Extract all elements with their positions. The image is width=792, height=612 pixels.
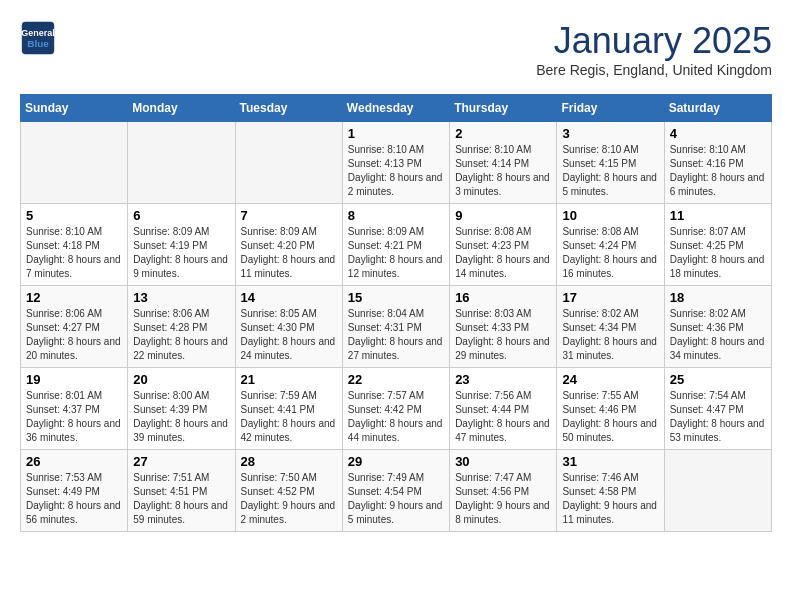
- column-header-sunday: Sunday: [21, 95, 128, 122]
- column-header-wednesday: Wednesday: [342, 95, 449, 122]
- day-number: 18: [670, 290, 766, 305]
- calendar-week-row: 1Sunrise: 8:10 AM Sunset: 4:13 PM Daylig…: [21, 122, 772, 204]
- day-number: 9: [455, 208, 551, 223]
- day-info: Sunrise: 8:06 AM Sunset: 4:27 PM Dayligh…: [26, 307, 122, 363]
- calendar-cell: 10Sunrise: 8:08 AM Sunset: 4:24 PM Dayli…: [557, 204, 664, 286]
- day-info: Sunrise: 7:47 AM Sunset: 4:56 PM Dayligh…: [455, 471, 551, 527]
- day-info: Sunrise: 8:10 AM Sunset: 4:15 PM Dayligh…: [562, 143, 658, 199]
- calendar-cell: 23Sunrise: 7:56 AM Sunset: 4:44 PM Dayli…: [450, 368, 557, 450]
- day-info: Sunrise: 7:50 AM Sunset: 4:52 PM Dayligh…: [241, 471, 337, 527]
- day-number: 29: [348, 454, 444, 469]
- calendar-week-row: 12Sunrise: 8:06 AM Sunset: 4:27 PM Dayli…: [21, 286, 772, 368]
- day-info: Sunrise: 7:49 AM Sunset: 4:54 PM Dayligh…: [348, 471, 444, 527]
- column-header-saturday: Saturday: [664, 95, 771, 122]
- calendar-cell: 27Sunrise: 7:51 AM Sunset: 4:51 PM Dayli…: [128, 450, 235, 532]
- day-info: Sunrise: 8:08 AM Sunset: 4:23 PM Dayligh…: [455, 225, 551, 281]
- day-number: 15: [348, 290, 444, 305]
- calendar-cell: 13Sunrise: 8:06 AM Sunset: 4:28 PM Dayli…: [128, 286, 235, 368]
- day-info: Sunrise: 7:56 AM Sunset: 4:44 PM Dayligh…: [455, 389, 551, 445]
- calendar-cell: 6Sunrise: 8:09 AM Sunset: 4:19 PM Daylig…: [128, 204, 235, 286]
- calendar-cell: 18Sunrise: 8:02 AM Sunset: 4:36 PM Dayli…: [664, 286, 771, 368]
- day-info: Sunrise: 8:09 AM Sunset: 4:19 PM Dayligh…: [133, 225, 229, 281]
- title-block: January 2025 Bere Regis, England, United…: [536, 20, 772, 78]
- calendar-cell: 12Sunrise: 8:06 AM Sunset: 4:27 PM Dayli…: [21, 286, 128, 368]
- calendar-cell: 7Sunrise: 8:09 AM Sunset: 4:20 PM Daylig…: [235, 204, 342, 286]
- column-header-thursday: Thursday: [450, 95, 557, 122]
- calendar-cell: 28Sunrise: 7:50 AM Sunset: 4:52 PM Dayli…: [235, 450, 342, 532]
- day-number: 16: [455, 290, 551, 305]
- calendar-cell: 14Sunrise: 8:05 AM Sunset: 4:30 PM Dayli…: [235, 286, 342, 368]
- day-number: 3: [562, 126, 658, 141]
- day-number: 31: [562, 454, 658, 469]
- day-info: Sunrise: 8:02 AM Sunset: 4:36 PM Dayligh…: [670, 307, 766, 363]
- calendar-cell: 20Sunrise: 8:00 AM Sunset: 4:39 PM Dayli…: [128, 368, 235, 450]
- day-number: 30: [455, 454, 551, 469]
- calendar-cell: [128, 122, 235, 204]
- day-number: 19: [26, 372, 122, 387]
- calendar-cell: 29Sunrise: 7:49 AM Sunset: 4:54 PM Dayli…: [342, 450, 449, 532]
- day-info: Sunrise: 7:53 AM Sunset: 4:49 PM Dayligh…: [26, 471, 122, 527]
- day-info: Sunrise: 7:51 AM Sunset: 4:51 PM Dayligh…: [133, 471, 229, 527]
- calendar-cell: 19Sunrise: 8:01 AM Sunset: 4:37 PM Dayli…: [21, 368, 128, 450]
- day-number: 28: [241, 454, 337, 469]
- calendar-cell: 17Sunrise: 8:02 AM Sunset: 4:34 PM Dayli…: [557, 286, 664, 368]
- day-info: Sunrise: 7:57 AM Sunset: 4:42 PM Dayligh…: [348, 389, 444, 445]
- calendar-cell: 21Sunrise: 7:59 AM Sunset: 4:41 PM Dayli…: [235, 368, 342, 450]
- column-header-friday: Friday: [557, 95, 664, 122]
- calendar-cell: 15Sunrise: 8:04 AM Sunset: 4:31 PM Dayli…: [342, 286, 449, 368]
- calendar-week-row: 19Sunrise: 8:01 AM Sunset: 4:37 PM Dayli…: [21, 368, 772, 450]
- day-number: 2: [455, 126, 551, 141]
- day-info: Sunrise: 8:07 AM Sunset: 4:25 PM Dayligh…: [670, 225, 766, 281]
- day-info: Sunrise: 7:54 AM Sunset: 4:47 PM Dayligh…: [670, 389, 766, 445]
- calendar-cell: 22Sunrise: 7:57 AM Sunset: 4:42 PM Dayli…: [342, 368, 449, 450]
- day-number: 7: [241, 208, 337, 223]
- day-number: 20: [133, 372, 229, 387]
- day-info: Sunrise: 8:05 AM Sunset: 4:30 PM Dayligh…: [241, 307, 337, 363]
- day-info: Sunrise: 8:00 AM Sunset: 4:39 PM Dayligh…: [133, 389, 229, 445]
- day-info: Sunrise: 8:09 AM Sunset: 4:20 PM Dayligh…: [241, 225, 337, 281]
- day-number: 6: [133, 208, 229, 223]
- day-number: 8: [348, 208, 444, 223]
- day-number: 25: [670, 372, 766, 387]
- day-number: 12: [26, 290, 122, 305]
- calendar-cell: 9Sunrise: 8:08 AM Sunset: 4:23 PM Daylig…: [450, 204, 557, 286]
- calendar-cell: 2Sunrise: 8:10 AM Sunset: 4:14 PM Daylig…: [450, 122, 557, 204]
- day-number: 26: [26, 454, 122, 469]
- day-info: Sunrise: 8:02 AM Sunset: 4:34 PM Dayligh…: [562, 307, 658, 363]
- day-number: 13: [133, 290, 229, 305]
- column-header-monday: Monday: [128, 95, 235, 122]
- day-info: Sunrise: 7:46 AM Sunset: 4:58 PM Dayligh…: [562, 471, 658, 527]
- calendar-cell: [21, 122, 128, 204]
- day-info: Sunrise: 8:10 AM Sunset: 4:13 PM Dayligh…: [348, 143, 444, 199]
- calendar-cell: [664, 450, 771, 532]
- day-number: 23: [455, 372, 551, 387]
- day-info: Sunrise: 8:10 AM Sunset: 4:14 PM Dayligh…: [455, 143, 551, 199]
- day-info: Sunrise: 8:08 AM Sunset: 4:24 PM Dayligh…: [562, 225, 658, 281]
- day-info: Sunrise: 8:03 AM Sunset: 4:33 PM Dayligh…: [455, 307, 551, 363]
- calendar-cell: 8Sunrise: 8:09 AM Sunset: 4:21 PM Daylig…: [342, 204, 449, 286]
- day-info: Sunrise: 8:04 AM Sunset: 4:31 PM Dayligh…: [348, 307, 444, 363]
- calendar-cell: 4Sunrise: 8:10 AM Sunset: 4:16 PM Daylig…: [664, 122, 771, 204]
- calendar-cell: 1Sunrise: 8:10 AM Sunset: 4:13 PM Daylig…: [342, 122, 449, 204]
- day-info: Sunrise: 7:55 AM Sunset: 4:46 PM Dayligh…: [562, 389, 658, 445]
- day-number: 10: [562, 208, 658, 223]
- column-header-tuesday: Tuesday: [235, 95, 342, 122]
- day-info: Sunrise: 8:01 AM Sunset: 4:37 PM Dayligh…: [26, 389, 122, 445]
- day-number: 1: [348, 126, 444, 141]
- calendar-cell: 11Sunrise: 8:07 AM Sunset: 4:25 PM Dayli…: [664, 204, 771, 286]
- day-number: 5: [26, 208, 122, 223]
- day-info: Sunrise: 8:10 AM Sunset: 4:16 PM Dayligh…: [670, 143, 766, 199]
- day-info: Sunrise: 8:06 AM Sunset: 4:28 PM Dayligh…: [133, 307, 229, 363]
- calendar-cell: 5Sunrise: 8:10 AM Sunset: 4:18 PM Daylig…: [21, 204, 128, 286]
- day-info: Sunrise: 7:59 AM Sunset: 4:41 PM Dayligh…: [241, 389, 337, 445]
- calendar-cell: 25Sunrise: 7:54 AM Sunset: 4:47 PM Dayli…: [664, 368, 771, 450]
- calendar-cell: 16Sunrise: 8:03 AM Sunset: 4:33 PM Dayli…: [450, 286, 557, 368]
- day-number: 14: [241, 290, 337, 305]
- calendar-week-row: 5Sunrise: 8:10 AM Sunset: 4:18 PM Daylig…: [21, 204, 772, 286]
- calendar-cell: 24Sunrise: 7:55 AM Sunset: 4:46 PM Dayli…: [557, 368, 664, 450]
- day-number: 21: [241, 372, 337, 387]
- month-title: January 2025: [536, 20, 772, 62]
- day-number: 11: [670, 208, 766, 223]
- calendar-week-row: 26Sunrise: 7:53 AM Sunset: 4:49 PM Dayli…: [21, 450, 772, 532]
- day-number: 27: [133, 454, 229, 469]
